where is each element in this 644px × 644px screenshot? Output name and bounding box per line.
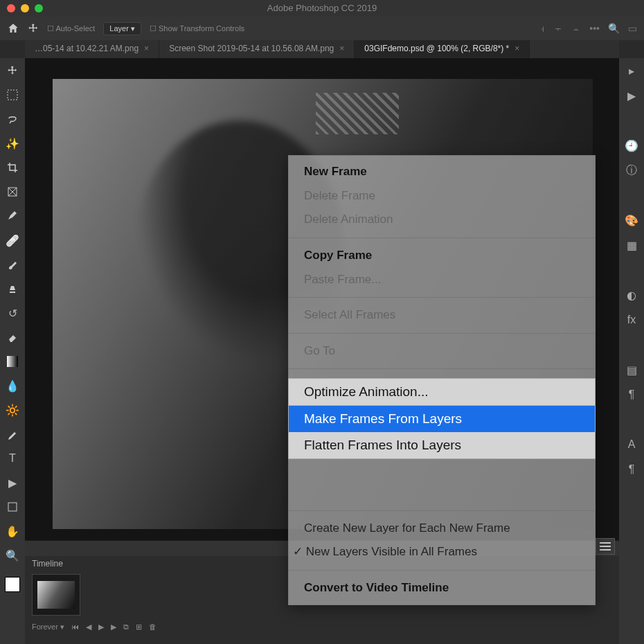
character-panel-icon[interactable]: A	[625, 438, 638, 451]
marquee-tool-icon[interactable]	[4, 87, 21, 103]
more-icon[interactable]: •••	[589, 23, 600, 34]
context-menu-focus-region: Optimize Animation... Make Frames From L…	[288, 378, 596, 459]
swatches-panel-icon[interactable]: ▦	[625, 238, 638, 252]
rectangle-tool-icon[interactable]	[4, 499, 21, 515]
next-frame-button[interactable]: ▶	[111, 623, 116, 632]
loop-selector[interactable]: Forever ▾	[32, 623, 64, 632]
menu-item-select-all-frames: Select All Frames	[289, 303, 595, 328]
align-icon[interactable]: ⫞	[540, 23, 545, 34]
document-tabs: …05-14 at 10.42.21 AM.png× Screen Shot 2…	[25, 40, 619, 58]
menu-item-copy-frame[interactable]: Copy Frame	[289, 244, 595, 268]
zoom-tool-icon[interactable]: 🔍	[4, 547, 21, 564]
menu-item-delete-frame: Delete Frame	[289, 184, 595, 208]
info-panel-icon[interactable]: ⓘ	[625, 163, 638, 177]
timeline-controls: Forever ▾ ⏮ ◀ ▶ ▶ ⧉ ⊞ 🗑	[25, 618, 619, 635]
timeline-frame[interactable]	[32, 574, 80, 616]
type-tool-icon[interactable]: T	[4, 450, 21, 467]
layers-panel-icon[interactable]: ▤	[625, 363, 638, 377]
app-title: Adobe Photoshop CC 2019	[267, 3, 377, 13]
glyphs-panel-icon[interactable]: ¶	[625, 463, 638, 476]
dodge-tool-icon[interactable]: 🔆	[4, 402, 21, 418]
first-frame-button[interactable]: ⏮	[71, 623, 79, 631]
color-swatches[interactable]	[5, 577, 20, 592]
frame-tool-icon[interactable]	[4, 184, 21, 200]
layer-select[interactable]: Layer ▾	[103, 22, 141, 35]
minimize-window-button[interactable]	[21, 4, 29, 12]
color-panel-icon[interactable]: 🎨	[625, 213, 638, 227]
tools-panel: ✨ 🩹 ↺ 💧 🔆 T ▶ ✋ 🔍	[0, 58, 25, 644]
path-selection-tool-icon[interactable]: ▶	[4, 474, 21, 491]
paragraph-panel-icon[interactable]: ¶	[625, 388, 638, 402]
history-panel-icon[interactable]: 🕘	[625, 138, 638, 152]
timeline-menu-button[interactable]	[596, 538, 615, 555]
panel-icon[interactable]: ▸	[625, 64, 638, 78]
move-tool-icon[interactable]	[4, 62, 21, 79]
menu-item-convert-video-timeline[interactable]: Convert to Video Timeline	[289, 576, 595, 600]
close-icon[interactable]: ×	[515, 44, 519, 53]
menu-item-make-frames-from-layers[interactable]: Make Frames From Layers	[289, 406, 595, 432]
blur-tool-icon[interactable]: 💧	[4, 377, 21, 394]
panel-icon[interactable]: ▶	[625, 89, 638, 102]
document-tab-active[interactable]: 03GIFdemo.psd @ 100% (2, RGB/8*) *×	[355, 40, 530, 58]
titlebar: Adobe Photoshop CC 2019	[0, 0, 644, 17]
menu-item-new-layers-visible[interactable]: New Layers Visible in All Frames	[289, 540, 595, 564]
crop-tool-icon[interactable]	[4, 159, 21, 176]
menu-item-delete-animation: Delete Animation	[289, 208, 595, 232]
adjustments-panel-icon[interactable]: ◐	[625, 288, 638, 302]
right-panel-dock: ▸ ▶ 🕘 ⓘ 🎨 ▦ ◐ fx ▤ ¶ A ¶	[619, 58, 644, 644]
hand-tool-icon[interactable]: ✋	[4, 523, 21, 539]
eyedropper-tool-icon[interactable]	[4, 208, 21, 224]
svg-rect-4	[7, 356, 18, 367]
auto-select-checkbox[interactable]: ☐ Auto-Select	[47, 24, 95, 33]
close-window-button[interactable]	[7, 4, 15, 12]
delete-frame-button[interactable]: 🗑	[149, 623, 156, 631]
menu-item-create-new-layer-each-frame[interactable]: Create New Layer for Each New Frame	[289, 517, 595, 541]
gradient-tool-icon[interactable]	[4, 353, 21, 370]
search-icon[interactable]: 🔍	[608, 23, 620, 34]
window-controls	[7, 4, 43, 12]
document-tab[interactable]: Screen Shot 2019-05-14 at 10.56.08 AM.pn…	[159, 40, 355, 58]
brush-tool-icon[interactable]	[4, 256, 21, 273]
menu-item-new-frame[interactable]: New Frame	[289, 160, 595, 184]
options-bar: ☐ Auto-Select Layer ▾ ☐ Show Transform C…	[0, 17, 644, 40]
align-icon[interactable]: ⫟	[553, 23, 563, 34]
frame-thumbnail	[37, 581, 75, 609]
svg-rect-0	[8, 90, 17, 100]
history-brush-tool-icon[interactable]: ↺	[4, 305, 21, 321]
prev-frame-button[interactable]: ◀	[86, 623, 91, 632]
home-icon[interactable]	[7, 22, 19, 35]
align-icon[interactable]: ⫠	[571, 23, 581, 34]
clone-stamp-tool-icon[interactable]	[4, 280, 21, 297]
play-button[interactable]: ▶	[98, 623, 104, 632]
hamburger-icon	[600, 542, 611, 551]
close-icon[interactable]: ×	[339, 44, 344, 53]
new-frame-button[interactable]: ⊞	[136, 623, 142, 632]
eraser-tool-icon[interactable]	[4, 329, 21, 346]
lasso-tool-icon[interactable]	[4, 111, 21, 127]
pen-tool-icon[interactable]	[4, 426, 21, 442]
menu-item-optimize-animation[interactable]: Optimize Animation...	[289, 379, 595, 405]
styles-panel-icon[interactable]: fx	[625, 313, 638, 327]
zoom-window-button[interactable]	[35, 4, 43, 12]
document-tab[interactable]: …05-14 at 10.42.21 AM.png×	[25, 40, 159, 58]
show-transform-checkbox[interactable]: ☐ Show Transform Controls	[150, 24, 244, 33]
tween-button[interactable]: ⧉	[123, 623, 129, 632]
alignment-icons: ⫞ ⫟ ⫠ ••• 🔍 ▭	[540, 23, 637, 34]
menu-item-go-to: Go To	[289, 339, 595, 364]
svg-rect-5	[8, 503, 17, 511]
close-icon[interactable]: ×	[144, 44, 149, 53]
healing-brush-tool-icon[interactable]: 🩹	[4, 232, 21, 249]
menu-item-paste-frame: Paste Frame...	[289, 268, 595, 292]
magic-wand-tool-icon[interactable]: ✨	[4, 135, 21, 152]
menu-item-flatten-frames-into-layers[interactable]: Flatten Frames Into Layers	[289, 432, 595, 458]
workspace-icon[interactable]: ▭	[628, 23, 637, 34]
move-tool-icon[interactable]	[28, 23, 39, 34]
